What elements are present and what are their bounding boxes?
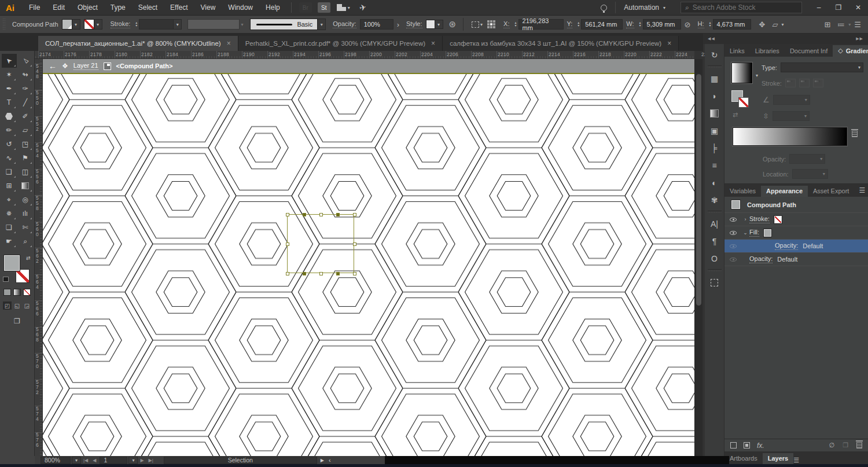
lightbulb-icon[interactable]: [601, 5, 607, 11]
chevron-down-icon[interactable]: ▾: [781, 22, 784, 27]
align-panel-icon[interactable]: ╞: [707, 141, 723, 156]
pathfinder-panel-icon[interactable]: ▣: [707, 123, 723, 138]
w-stepper[interactable]: ▴▾: [639, 21, 641, 27]
anchor-point-handle[interactable]: [336, 213, 340, 216]
align-options-icon[interactable]: ≔: [837, 20, 845, 29]
tab-asset-export[interactable]: Asset Export: [808, 186, 854, 197]
mesh-tool[interactable]: ⊞: [2, 179, 17, 193]
shear-icon[interactable]: ▱: [772, 20, 778, 29]
status-menu-icon[interactable]: ▶: [321, 458, 324, 463]
stroke-weight-stepper[interactable]: ▴▾: [135, 21, 137, 27]
symbols-panel-icon[interactable]: ✾: [707, 193, 723, 208]
scrollbar-thumb[interactable]: [696, 74, 701, 306]
zoom-tool[interactable]: ⌕: [18, 234, 33, 248]
panel-menu-icon[interactable]: ☰: [854, 186, 868, 197]
chevron-down-icon[interactable]: ▾: [176, 22, 179, 27]
perspective-grid-tool[interactable]: ◫: [18, 165, 33, 179]
expander-icon[interactable]: ⌄: [741, 230, 749, 236]
appearance-row-opacity[interactable]: Opacity:Default: [724, 253, 868, 266]
opacity-label[interactable]: Opacity:: [333, 20, 356, 28]
color-mode-button[interactable]: [3, 289, 11, 296]
tab-libraries[interactable]: Libraries: [750, 46, 785, 57]
column-graph-tool[interactable]: ılı: [18, 207, 33, 220]
selection-handle[interactable]: [319, 272, 323, 275]
menu-object[interactable]: Object: [71, 0, 104, 16]
minimize-button[interactable]: –: [809, 1, 829, 14]
menu-window[interactable]: Window: [222, 0, 259, 16]
anchor-point-handle[interactable]: [303, 213, 306, 216]
expander-icon[interactable]: ›: [741, 216, 749, 222]
shape-builder-tool[interactable]: ❑: [2, 165, 17, 179]
panel-menu-icon[interactable]: ☰: [793, 457, 799, 464]
search-input[interactable]: [693, 3, 785, 12]
hand-tool[interactable]: ☛: [2, 234, 17, 248]
draw-inside-button[interactable]: ◲: [23, 301, 31, 310]
gradient-slider[interactable]: [733, 127, 847, 146]
tab-variables[interactable]: Variables: [724, 186, 761, 197]
menu-view[interactable]: View: [194, 0, 222, 16]
h-label[interactable]: H:: [698, 20, 704, 28]
tab-artboards[interactable]: Artboards: [724, 453, 763, 464]
close-icon[interactable]: ×: [431, 39, 435, 47]
menu-file[interactable]: File: [23, 0, 46, 16]
none-mode-button[interactable]: [23, 289, 31, 296]
visibility-eye-icon[interactable]: [730, 258, 737, 262]
style-swatch[interactable]: [426, 20, 435, 29]
stock-button[interactable]: St: [318, 2, 330, 13]
menu-edit[interactable]: Edit: [46, 0, 71, 16]
line-segment-tool[interactable]: ╱: [18, 95, 33, 109]
selection-handle[interactable]: [353, 242, 356, 246]
selection-handle[interactable]: [286, 213, 289, 216]
fill-color-swatch[interactable]: [62, 19, 72, 30]
next-artboard-button[interactable]: ▶: [140, 458, 144, 463]
document-tab[interactable]: СОЛ_перчатки_акционные_1.ai* @ 800% (CMY…: [38, 36, 238, 51]
first-artboard-button[interactable]: |◀: [83, 458, 88, 463]
pen-tool[interactable]: ✒: [2, 82, 17, 95]
transform-panel-icon[interactable]: [707, 275, 723, 290]
artboards-panel-icon[interactable]: ▦: [707, 71, 723, 86]
symbol-sprayer-tool[interactable]: ✵: [2, 207, 17, 220]
sync-icon[interactable]: ↻: [707, 47, 723, 62]
previous-artboard-button[interactable]: ◀: [93, 458, 96, 463]
status-indicator[interactable]: Selection: [164, 457, 317, 464]
attribute-label[interactable]: Opacity:: [775, 242, 798, 250]
color-panel-icon[interactable]: ◗: [707, 89, 723, 104]
appearance-row-stroke[interactable]: ›Stroke:: [724, 213, 868, 226]
w-label[interactable]: W:: [626, 20, 634, 28]
delete-stop-trash-icon[interactable]: [852, 131, 858, 137]
chevron-down-icon[interactable]: ▾: [437, 22, 440, 27]
bridge-button[interactable]: Br: [299, 2, 312, 13]
stroke-proxy-swatch[interactable]: [16, 269, 30, 283]
selection-handle[interactable]: [319, 213, 323, 216]
stroke-gradient-within-button[interactable]: [785, 79, 796, 87]
width-tool[interactable]: ∿: [2, 151, 17, 165]
paintbrush-tool[interactable]: ✐: [18, 109, 33, 123]
curvature-tool[interactable]: ✑: [18, 82, 33, 95]
stroke-gradient-across-button[interactable]: [813, 79, 823, 87]
type-tool[interactable]: T: [2, 95, 17, 109]
vertical-scrollbar[interactable]: [694, 59, 703, 456]
restore-button[interactable]: ❐: [829, 1, 848, 14]
eyedropper-tool[interactable]: ⌖: [2, 193, 17, 207]
brush-definition[interactable]: Basic: [250, 19, 318, 30]
shape-tool[interactable]: [2, 109, 17, 123]
style-label[interactable]: Style:: [406, 20, 422, 28]
panel-menu-icon[interactable]: ☰: [854, 20, 861, 29]
selection-bounding-box[interactable]: [287, 214, 354, 273]
selection-handle[interactable]: [353, 272, 356, 275]
gradient-aspect-dropdown[interactable]: ▾: [773, 111, 810, 121]
menu-select[interactable]: Select: [132, 0, 164, 16]
clear-appearance-button[interactable]: ∅: [829, 442, 835, 449]
gradient-preview-swatch[interactable]: [731, 62, 752, 83]
align-panel-icon[interactable]: ⊞: [824, 20, 830, 29]
close-icon[interactable]: ×: [227, 39, 231, 47]
artboard-canvas[interactable]: [43, 73, 694, 456]
h-field[interactable]: 4,673 mm: [713, 19, 751, 30]
selection-tool[interactable]: ➤: [2, 54, 17, 68]
visibility-eye-icon[interactable]: [730, 244, 737, 248]
default-fill-stroke-icon[interactable]: [3, 277, 9, 282]
chevron-down-icon[interactable]: ▾: [321, 22, 323, 27]
artboard-tool[interactable]: ❏: [2, 220, 17, 234]
menu-effect[interactable]: Effect: [164, 0, 194, 16]
attribute-label[interactable]: Stroke:: [749, 215, 770, 223]
